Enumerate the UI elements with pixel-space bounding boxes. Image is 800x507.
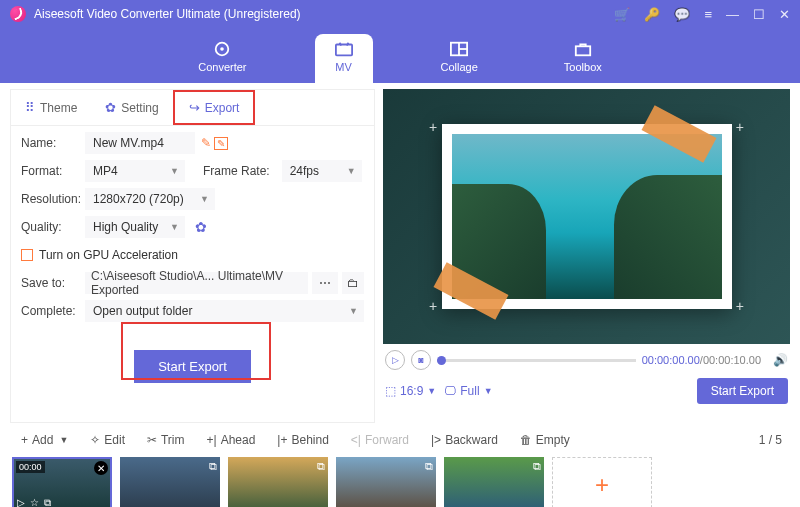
- preview-options: ⬚ 16:9 ▼ 🖵 Full ▼ Start Export: [383, 376, 790, 406]
- app-logo: [10, 6, 26, 22]
- snapshot-button[interactable]: ◙: [411, 350, 431, 370]
- thumbnail-4[interactable]: ⧉: [336, 457, 436, 507]
- behind-icon: |+: [277, 433, 287, 447]
- crop-handle[interactable]: +: [736, 119, 744, 135]
- trash-icon: 🗑: [520, 433, 532, 447]
- thumbnail-5[interactable]: ⧉: [444, 457, 544, 507]
- saveto-label: Save to:: [21, 276, 85, 290]
- gpu-label: Turn on GPU Acceleration: [39, 248, 178, 262]
- full-screen-select[interactable]: 🖵 Full ▼: [444, 384, 492, 398]
- open-folder-icon[interactable]: 🗀: [342, 272, 364, 294]
- volume-icon[interactable]: 🔊: [773, 353, 788, 367]
- window-controls: 🛒 🔑 💬 ≡ — ☐ ✕: [614, 7, 790, 22]
- complete-select[interactable]: Open output folder▼: [85, 300, 364, 322]
- tab-theme-label: Theme: [40, 101, 77, 115]
- rename-icon[interactable]: ✎: [214, 137, 228, 150]
- tab-setting[interactable]: ✿Setting: [91, 90, 172, 125]
- export-icon: ↪: [189, 100, 200, 115]
- tab-setting-label: Setting: [121, 101, 158, 115]
- backward-icon: |>: [431, 433, 441, 447]
- preview-export-button[interactable]: Start Export: [697, 378, 788, 404]
- preview-area: + + + + ▷ ◙ 00:00:00.00/00:00:10.00 🔊 ⬚ …: [383, 89, 790, 423]
- tab-export-label: Export: [205, 101, 240, 115]
- play-button[interactable]: ▷: [385, 350, 405, 370]
- crop-handle[interactable]: +: [429, 298, 437, 314]
- nav-toolbox-label: Toolbox: [564, 61, 602, 73]
- time-display: 00:00:00.00/00:00:10.00: [642, 354, 761, 366]
- mv-icon: [333, 40, 355, 58]
- framerate-select[interactable]: 24fps▼: [282, 160, 362, 182]
- plus-icon: +: [595, 471, 609, 499]
- converter-icon: [211, 40, 233, 58]
- app-title: Aiseesoft Video Converter Ultimate (Unre…: [34, 7, 614, 21]
- browse-button[interactable]: ⋯: [312, 272, 338, 294]
- nav-collage-label: Collage: [441, 61, 478, 73]
- clip-toolbar: +Add ▼ ✧Edit ✂Trim +|Ahead |+Behind <|Fo…: [0, 423, 800, 453]
- crop-handle[interactable]: +: [736, 298, 744, 314]
- preview-controls: ▷ ◙ 00:00:00.00/00:00:10.00 🔊: [383, 344, 790, 376]
- svg-rect-6: [576, 46, 590, 55]
- framerate-label: Frame Rate:: [203, 164, 270, 178]
- quality-settings-icon[interactable]: ✿: [195, 219, 207, 235]
- resolution-select[interactable]: 1280x720 (720p)▼: [85, 188, 215, 210]
- format-label: Format:: [21, 164, 85, 178]
- tab-export[interactable]: ↪Export: [173, 90, 256, 125]
- forward-button[interactable]: <|Forward: [342, 429, 418, 451]
- panel-tabs: ⠿Theme ✿Setting ↪Export: [11, 90, 374, 126]
- thumbnail-2[interactable]: ⧉: [120, 457, 220, 507]
- toolbox-icon: [572, 40, 594, 58]
- minimize-icon[interactable]: —: [726, 7, 739, 22]
- start-export-button[interactable]: Start Export: [134, 350, 251, 383]
- add-thumbnail-button[interactable]: +: [552, 457, 652, 507]
- nav-toolbox[interactable]: Toolbox: [546, 34, 620, 83]
- thumbnail-strip: 00:00 ✕ ▷☆⧉ ⧉ ⧉ ⧉ ⧉ +: [0, 453, 800, 507]
- edit-name-icon[interactable]: ✎: [201, 136, 211, 150]
- thumbnail-1[interactable]: 00:00 ✕ ▷☆⧉: [12, 457, 112, 507]
- aspect-ratio-select[interactable]: ⬚ 16:9 ▼: [385, 384, 436, 398]
- edit-button[interactable]: ✧Edit: [81, 429, 134, 451]
- title-bar: Aiseesoft Video Converter Ultimate (Unre…: [0, 0, 800, 28]
- add-button[interactable]: +Add ▼: [12, 429, 77, 451]
- crop-handle[interactable]: +: [429, 119, 437, 135]
- name-input[interactable]: [85, 132, 195, 154]
- tab-theme[interactable]: ⠿Theme: [11, 90, 91, 125]
- format-select[interactable]: MP4▼: [85, 160, 185, 182]
- timeline-slider[interactable]: [437, 359, 636, 362]
- nav-mv-label: MV: [335, 61, 352, 73]
- preview-canvas[interactable]: + + + +: [383, 89, 790, 344]
- chat-icon[interactable]: 💬: [674, 7, 690, 22]
- backward-button[interactable]: |>Backward: [422, 429, 507, 451]
- preview-photo: [452, 134, 722, 299]
- saveto-path: C:\Aiseesoft Studio\A... Ultimate\MV Exp…: [85, 272, 308, 294]
- key-icon[interactable]: 🔑: [644, 7, 660, 22]
- thumbnail-3[interactable]: ⧉: [228, 457, 328, 507]
- menu-icon[interactable]: ≡: [704, 7, 712, 22]
- main-nav: Converter MV Collage Toolbox: [0, 28, 800, 83]
- plus-icon: +: [21, 433, 28, 447]
- trim-button[interactable]: ✂Trim: [138, 429, 194, 451]
- preview-frame: [442, 124, 732, 309]
- ahead-button[interactable]: +|Ahead: [198, 429, 265, 451]
- behind-button[interactable]: |+Behind: [268, 429, 338, 451]
- nav-collage[interactable]: Collage: [423, 34, 496, 83]
- thumb-tools: ▷☆⧉: [17, 497, 51, 507]
- gpu-checkbox[interactable]: [21, 249, 33, 261]
- delete-thumb-icon[interactable]: ✕: [94, 461, 108, 475]
- resolution-label: Resolution:: [21, 192, 85, 206]
- thumb-link-icon[interactable]: ⧉: [44, 497, 51, 507]
- image-icon: ⧉: [317, 460, 325, 473]
- ahead-icon: +|: [207, 433, 217, 447]
- maximize-icon[interactable]: ☐: [753, 7, 765, 22]
- quality-select[interactable]: High Quality▼: [85, 216, 185, 238]
- theme-icon: ⠿: [25, 100, 35, 115]
- nav-converter[interactable]: Converter: [180, 34, 264, 83]
- scissors-icon: ✂: [147, 433, 157, 447]
- nav-mv[interactable]: MV: [315, 34, 373, 83]
- thumb-star-icon[interactable]: ☆: [30, 497, 39, 507]
- name-label: Name:: [21, 136, 85, 150]
- image-icon: ⧉: [425, 460, 433, 473]
- cart-icon[interactable]: 🛒: [614, 7, 630, 22]
- thumb-play-icon[interactable]: ▷: [17, 497, 25, 507]
- empty-button[interactable]: 🗑Empty: [511, 429, 579, 451]
- close-icon[interactable]: ✕: [779, 7, 790, 22]
